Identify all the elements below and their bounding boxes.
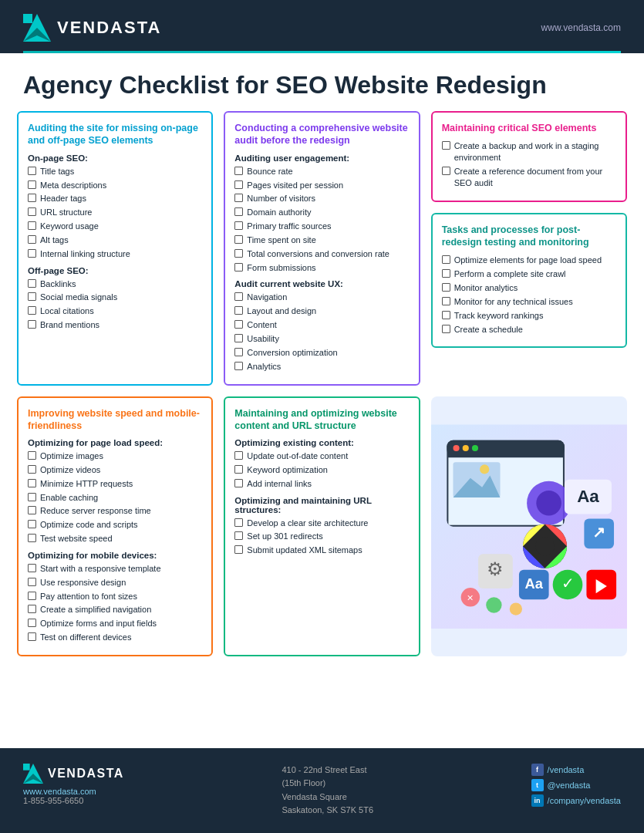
checkbox[interactable]: [442, 269, 450, 278]
card-auditing-seo: Auditing the site for missing on-page an…: [17, 111, 213, 385]
checkbox[interactable]: [442, 325, 450, 333]
footer-phone: 1-855-955-6650: [23, 796, 124, 805]
checkbox[interactable]: [234, 320, 243, 329]
checkbox[interactable]: [442, 255, 450, 264]
list-item: Total conversions and conversion rate: [234, 248, 409, 260]
checkbox[interactable]: [28, 235, 36, 244]
checkbox[interactable]: [28, 306, 36, 315]
checkbox[interactable]: [28, 578, 36, 586]
card1-section2-list: Backlinks Social media signals Local cit…: [28, 278, 202, 331]
list-item: Brand mentions: [28, 319, 202, 331]
checkbox[interactable]: [234, 263, 243, 271]
checkbox[interactable]: [234, 292, 243, 301]
checkbox[interactable]: [442, 141, 450, 150]
list-item: Monitor analytics: [442, 282, 616, 294]
list-item: Start with a responsive template: [28, 563, 202, 575]
checkbox[interactable]: [28, 520, 36, 528]
footer-address: 410 - 22nd Street East (15th Floor) Vend…: [282, 764, 373, 818]
checkbox[interactable]: [234, 531, 243, 540]
checkbox[interactable]: [28, 493, 36, 501]
footer-linkedin-url: /company/vendasta: [548, 796, 621, 805]
list-item: Create a backup and work in a staging en…: [442, 140, 616, 164]
card5-section1-list: Update out-of-date content Keyword optim…: [234, 450, 409, 490]
checkbox[interactable]: [234, 221, 243, 230]
card-content-url: Maintaining and optimizing website conte…: [224, 396, 420, 656]
list-item: Header tags: [28, 193, 202, 204]
checkbox[interactable]: [28, 632, 36, 641]
svg-point-6: [453, 444, 459, 450]
svg-rect-35: [23, 764, 30, 771]
list-item: Test website speed: [28, 533, 202, 545]
checkbox[interactable]: [28, 479, 36, 487]
checkbox[interactable]: [28, 506, 36, 514]
checkbox[interactable]: [234, 249, 243, 258]
checkbox[interactable]: [234, 479, 243, 487]
checkbox[interactable]: [234, 348, 243, 356]
checkbox[interactable]: [234, 167, 243, 175]
card2-section2-label: Audit current website UX:: [234, 279, 409, 288]
checkbox[interactable]: [28, 249, 36, 258]
card5-section1-label: Optimizing existing content:: [234, 438, 409, 447]
checkbox[interactable]: [28, 194, 36, 202]
list-item: Enable caching: [28, 492, 202, 504]
checkbox[interactable]: [234, 545, 243, 554]
card-post-redesign-tasks: Tasks and processes for post-redesign te…: [431, 213, 627, 349]
checkbox[interactable]: [442, 297, 450, 305]
footer-linkedin[interactable]: in /company/vendasta: [531, 794, 621, 807]
footer-twitter-handle: @vendasta: [548, 781, 591, 790]
checkbox[interactable]: [28, 180, 36, 189]
checkbox[interactable]: [234, 180, 243, 189]
checkbox[interactable]: [28, 207, 36, 216]
list-item: Optimize images: [28, 450, 202, 462]
checkbox[interactable]: [234, 451, 243, 460]
page-title-section: Agency Checklist for SEO Website Redesig…: [0, 53, 644, 111]
footer-address-line1: 410 - 22nd Street East: [282, 764, 373, 777]
svg-point-8: [472, 444, 478, 450]
list-item: Title tags: [28, 166, 202, 177]
footer-facebook[interactable]: f /vendasta: [531, 764, 621, 776]
list-item: Create a simplified navigation: [28, 604, 202, 615]
card2-title: Conducting a comprehensive website audit…: [234, 122, 409, 147]
list-item: Alt tags: [28, 234, 202, 246]
checkbox[interactable]: [28, 292, 36, 301]
checkbox[interactable]: [234, 306, 243, 315]
checkbox[interactable]: [234, 194, 243, 202]
checkbox[interactable]: [234, 207, 243, 216]
list-item: Keyword optimization: [234, 464, 409, 476]
card-website-audit: Conducting a comprehensive website audit…: [224, 111, 420, 385]
card3-section2-list: Optimize elements for page load speed Pe…: [442, 255, 616, 335]
checkbox[interactable]: [28, 279, 36, 288]
checkbox[interactable]: [234, 235, 243, 244]
checkbox[interactable]: [442, 167, 450, 175]
illustration-svg: Aa ↗ ⚙ Aa ✓ ✕: [431, 396, 627, 656]
checkbox[interactable]: [234, 334, 243, 342]
checkbox[interactable]: [28, 451, 36, 460]
checkbox[interactable]: [28, 534, 36, 542]
checkbox[interactable]: [28, 221, 36, 230]
checkbox[interactable]: [28, 619, 36, 627]
checkbox[interactable]: [28, 320, 36, 329]
checkbox[interactable]: [234, 362, 243, 370]
checkbox[interactable]: [28, 465, 36, 474]
list-item: Update out-of-date content: [234, 450, 409, 462]
checkbox[interactable]: [28, 564, 36, 572]
checkbox[interactable]: [28, 592, 36, 600]
footer-address-line2: (15th Floor): [282, 777, 373, 791]
checkbox[interactable]: [234, 465, 243, 474]
checkbox[interactable]: [28, 167, 36, 175]
card3-section1-list: Create a backup and work in a staging en…: [442, 140, 616, 188]
list-item: Local citations: [28, 305, 202, 317]
checkbox[interactable]: [28, 605, 36, 613]
svg-point-12: [480, 464, 489, 474]
twitter-icon: t: [531, 779, 544, 791]
card-column-right: Maintaining critical SEO elements Create…: [431, 111, 627, 385]
list-item: Form submissions: [234, 262, 409, 274]
footer-twitter[interactable]: t @vendasta: [531, 779, 621, 791]
checkbox[interactable]: [442, 311, 450, 319]
checkbox[interactable]: [442, 283, 450, 292]
top-cards-grid: Auditing the site for missing on-page an…: [0, 111, 644, 396]
checkbox[interactable]: [234, 518, 243, 527]
header: VENDASTA www.vendasta.com: [0, 0, 644, 51]
vendasta-logo-icon: [23, 14, 51, 42]
page-title: Agency Checklist for SEO Website Redesig…: [23, 72, 621, 99]
